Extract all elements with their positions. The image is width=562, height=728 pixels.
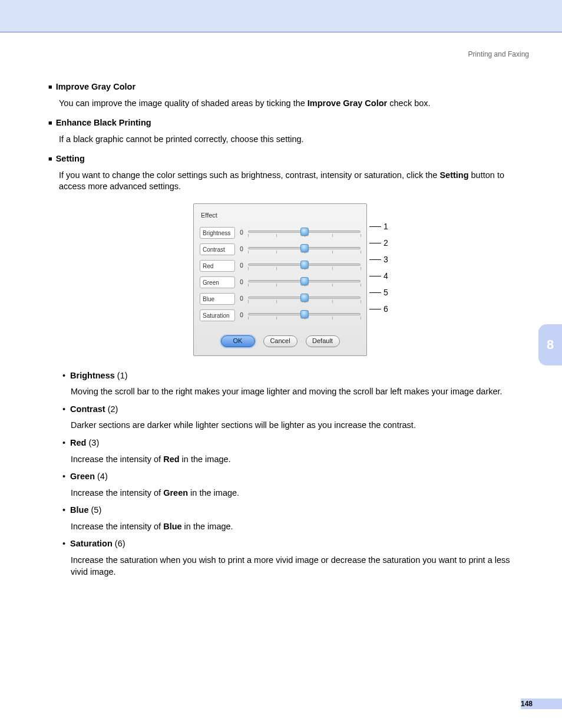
cancel-button[interactable]: Cancel — [263, 335, 297, 347]
feature-list: Improve Gray Color You can improve the i… — [48, 81, 527, 578]
callout-line — [369, 276, 381, 276]
detail-contrast: Contrast (2)Darker sections are darker w… — [62, 404, 527, 431]
slider-row-blue: Blue0 — [200, 291, 361, 307]
detail-number: (4) — [95, 472, 108, 481]
callout-6: 6 — [369, 304, 388, 315]
slider-row-contrast: Contrast0 — [200, 241, 361, 258]
slider-thumb[interactable] — [300, 294, 309, 302]
slider-thumb[interactable] — [300, 261, 309, 269]
slider-track[interactable] — [248, 310, 361, 321]
detail-body: Darker sections are darker while lighter… — [71, 420, 527, 431]
callout-line — [369, 243, 381, 243]
feature-improve-gray: Improve Gray Color You can improve the i… — [48, 81, 527, 109]
callout-number: 5 — [384, 287, 388, 298]
detail-number: (2) — [105, 404, 118, 414]
slider-thumb[interactable] — [300, 277, 309, 285]
text: Increase the intensity of — [71, 522, 163, 531]
text: Increase the intensity of — [71, 488, 163, 498]
detail-heading: Saturation (6) — [62, 538, 527, 550]
slider-row-brightness: Brightness0 — [200, 225, 361, 241]
detail-number: (5) — [89, 505, 102, 515]
slider-thumb[interactable] — [300, 244, 309, 252]
text-bold: Green — [163, 488, 188, 498]
detail-heading: Contrast (2) — [62, 404, 527, 416]
detail-number: (3) — [86, 438, 99, 447]
text: in the image. — [180, 454, 231, 464]
slider-track[interactable] — [248, 244, 361, 255]
text-bold: Red — [163, 454, 179, 464]
detail-heading: Blue (5) — [62, 505, 527, 516]
slider-track[interactable] — [248, 261, 361, 271]
detail-body: Increase the intensity of Blue in the im… — [71, 521, 527, 533]
callout-number: 2 — [384, 238, 388, 249]
page-body: Printing and Faxing 8 Improve Gray Color… — [0, 32, 562, 728]
slider-row-green: Green0 — [200, 274, 361, 291]
detail-body: Increase the intensity of Red in the ima… — [71, 454, 527, 466]
callout-line — [369, 309, 381, 309]
running-header: Printing and Faxing — [468, 50, 529, 58]
detail-heading: Brightness (1) — [62, 370, 527, 382]
slider-value: 0 — [235, 278, 248, 286]
callout-number: 3 — [384, 254, 388, 265]
slider-track[interactable] — [248, 228, 361, 238]
text: in the image. — [188, 488, 239, 498]
detail-red: Red (3)Increase the intensity of Red in … — [62, 437, 527, 465]
slider-label: Contrast — [200, 243, 235, 255]
slider-track[interactable] — [248, 294, 361, 304]
detail-number: (1) — [115, 371, 128, 380]
callout-line — [369, 292, 381, 293]
slider-label: Brightness — [200, 227, 235, 239]
main-content: Improve Gray Color You can improve the i… — [24, 81, 538, 578]
slider-label: Blue — [200, 293, 235, 305]
callout-line — [369, 226, 381, 227]
text: Increase the saturation when you wish to… — [71, 555, 510, 577]
text-bold: Improve Gray Color — [308, 98, 387, 108]
callout-5: 5 — [369, 287, 388, 298]
detail-heading: Red (3) — [62, 437, 527, 449]
text: Moving the scroll bar to the right makes… — [71, 387, 503, 396]
callout-number: 4 — [384, 271, 388, 282]
slider-thumb[interactable] — [300, 310, 309, 318]
detail-heading: Green (4) — [62, 471, 527, 483]
slider-detail-list: Brightness (1)Moving the scroll bar to t… — [62, 370, 527, 578]
slider-thumb[interactable] — [300, 228, 309, 236]
chapter-tab: 8 — [538, 324, 562, 365]
callout-3: 3 — [369, 254, 388, 265]
text: Darker sections are darker while lighter… — [71, 420, 416, 430]
feature-body: If you want to change the color settings… — [59, 170, 527, 193]
detail-name: Brightness — [70, 371, 115, 380]
callout-1: 1 — [369, 221, 388, 232]
slider-value: 0 — [235, 245, 248, 253]
slider-row-red: Red0 — [200, 258, 361, 274]
detail-saturation: Saturation (6)Increase the saturation wh… — [62, 538, 527, 578]
ok-button[interactable]: OK — [221, 335, 255, 347]
detail-body: Moving the scroll bar to the right makes… — [71, 386, 527, 398]
text: You can improve the image quality of sha… — [59, 98, 308, 108]
feature-body: You can improve the image quality of sha… — [59, 98, 527, 110]
slider-track[interactable] — [248, 277, 361, 288]
page-top-bar — [0, 0, 562, 32]
detail-number: (6) — [113, 539, 125, 548]
feature-body: If a black graphic cannot be printed cor… — [59, 134, 527, 146]
default-button[interactable]: Default — [306, 335, 340, 347]
feature-setting: Setting If you want to change the color … — [48, 153, 527, 578]
feature-title: Enhance Black Printing — [48, 117, 527, 129]
callout-number: 1 — [384, 221, 388, 232]
slider-value: 0 — [235, 311, 248, 319]
detail-name: Saturation — [70, 539, 113, 548]
detail-name: Blue — [70, 505, 88, 515]
detail-body: Increase the intensity of Green in the i… — [71, 487, 527, 499]
slider-label: Green — [200, 276, 235, 288]
feature-title: Improve Gray Color — [48, 81, 527, 93]
slider-value: 0 — [235, 262, 248, 270]
detail-name: Contrast — [70, 404, 105, 414]
detail-body: Increase the saturation when you wish to… — [71, 555, 527, 578]
detail-green: Green (4)Increase the intensity of Green… — [62, 471, 527, 499]
callout-line — [369, 259, 381, 260]
text: If you want to change the color settings… — [59, 170, 439, 180]
text: Increase the intensity of — [71, 454, 163, 464]
feature-title: Setting — [48, 153, 527, 165]
slider-label: Saturation — [200, 309, 235, 321]
text-bold: Setting — [439, 170, 468, 180]
callout-4: 4 — [369, 271, 388, 282]
